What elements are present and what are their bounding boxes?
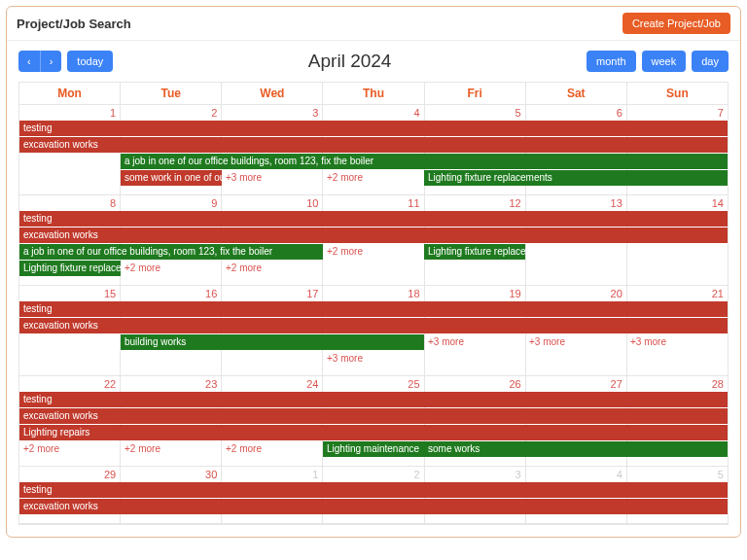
more-events-link[interactable]: +2 more — [323, 170, 424, 186]
day-number: 26 — [509, 378, 520, 390]
day-number: 13 — [611, 197, 622, 209]
day-number: 12 — [509, 197, 520, 209]
day-number: 28 — [712, 378, 724, 390]
calendar-toolbar: ‹ › today April 2024 month week day — [7, 41, 740, 78]
dow-label: Sat — [526, 83, 627, 105]
dow-label: Fri — [425, 83, 526, 105]
calendar-event[interactable]: excavation works — [19, 408, 728, 424]
more-events-link[interactable]: +3 more — [525, 334, 626, 350]
calendar-event[interactable]: Lighting fixture replacements — [424, 170, 728, 186]
calendar-week: 22232425262728testingexcavation worksLig… — [19, 376, 728, 467]
today-button[interactable]: today — [67, 51, 113, 72]
day-number: 22 — [104, 378, 116, 390]
more-events-link[interactable]: +3 more — [424, 334, 525, 350]
more-events-link[interactable]: +2 more — [222, 441, 323, 457]
day-number: 16 — [205, 288, 217, 299]
more-events-link[interactable]: +2 more — [19, 441, 121, 457]
dow-label: Mon — [19, 83, 121, 105]
dow-label: Sun — [627, 83, 728, 105]
day-number: 8 — [110, 197, 116, 209]
panel-title: Project/Job Search — [17, 17, 131, 31]
calendar-event[interactable]: testing — [19, 301, 728, 317]
day-number: 24 — [306, 378, 318, 390]
day-number: 3 — [516, 469, 521, 480]
month-view-button[interactable]: month — [587, 51, 636, 72]
more-events-link[interactable]: +2 more — [121, 261, 222, 276]
day-number: 4 — [617, 469, 622, 480]
dow-label: Tue — [121, 83, 222, 105]
day-number: 15 — [104, 288, 116, 299]
prev-button[interactable]: ‹ — [18, 51, 40, 72]
calendar-event[interactable]: building works — [121, 334, 424, 350]
day-number: 10 — [306, 197, 318, 209]
calendar-event[interactable]: some works — [424, 441, 728, 457]
day-number: 11 — [408, 197, 419, 209]
calendar-week: 15161718192021testingexcavation worksbui… — [19, 286, 728, 376]
calendar-event[interactable]: excavation works — [19, 499, 728, 514]
more-events-link[interactable]: +2 more — [323, 244, 424, 260]
calendar-event[interactable]: a job in one of our office buildings, ro… — [121, 154, 728, 169]
day-number: 23 — [205, 378, 217, 390]
calendar-event[interactable]: Lighting maintenance — [323, 441, 424, 457]
day-number: 14 — [712, 197, 724, 209]
calendar-week: 1234567testingexcavation worksa job in o… — [19, 105, 728, 195]
week-view-button[interactable]: week — [642, 51, 687, 72]
day-number: 25 — [408, 378, 419, 390]
calendar-week: 293012345testingexcavation works — [19, 467, 728, 524]
day-number: 9 — [211, 197, 217, 209]
day-number: 4 — [413, 107, 419, 119]
calendar-event[interactable]: excavation works — [19, 228, 728, 243]
calendar-event[interactable]: testing — [19, 392, 728, 407]
create-project-job-button[interactable]: Create Project/Job — [622, 13, 730, 34]
day-number: 18 — [408, 288, 419, 299]
project-job-panel: Project/Job Search Create Project/Job ‹ … — [6, 6, 741, 538]
calendar-event[interactable]: excavation works — [19, 318, 728, 333]
calendar-grid: MonTueWedThuFriSatSun1234567testingexcav… — [18, 82, 729, 525]
more-events-link[interactable]: +2 more — [222, 261, 323, 276]
day-number: 1 — [110, 107, 116, 119]
day-number: 27 — [611, 378, 622, 390]
next-button[interactable]: › — [40, 51, 62, 72]
day-number: 30 — [205, 469, 217, 480]
calendar-event[interactable]: Lighting repairs — [19, 425, 728, 440]
calendar-event[interactable]: testing — [19, 121, 728, 136]
dow-label: Thu — [323, 83, 424, 105]
calendar-event[interactable]: testing — [19, 482, 728, 498]
day-number: 1 — [312, 469, 318, 480]
calendar-title: April 2024 — [308, 51, 392, 72]
day-number: 2 — [413, 469, 419, 480]
more-events-link[interactable]: +3 more — [222, 170, 323, 186]
day-number: 21 — [712, 288, 724, 299]
day-number: 3 — [312, 107, 318, 119]
dow-header: MonTueWedThuFriSatSun — [19, 83, 728, 105]
day-number: 17 — [306, 288, 318, 299]
day-number: 5 — [516, 107, 521, 119]
calendar-event[interactable]: testing — [19, 211, 728, 227]
day-number: 2 — [211, 107, 217, 119]
calendar-week: 891011121314testingexcavation worksa job… — [19, 195, 728, 286]
nav-group: ‹ › — [18, 51, 61, 72]
day-number: 19 — [509, 288, 520, 299]
calendar-event[interactable]: Lighting fixture replacements — [19, 261, 121, 276]
dow-label: Wed — [222, 83, 323, 105]
day-view-button[interactable]: day — [692, 51, 729, 72]
calendar-event[interactable]: Lighting fixture replacement — [424, 244, 525, 260]
calendar-event[interactable]: excavation works — [19, 137, 728, 153]
day-number: 20 — [611, 288, 622, 299]
calendar-event[interactable]: a job in one of our office buildings, ro… — [19, 244, 323, 260]
panel-header: Project/Job Search Create Project/Job — [7, 7, 740, 41]
more-events-link[interactable]: +3 more — [323, 351, 424, 367]
day-number: 29 — [104, 469, 116, 480]
calendar-event[interactable]: some work in one of our are — [121, 170, 222, 186]
day-number: 7 — [718, 107, 724, 119]
day-number: 6 — [617, 107, 622, 119]
more-events-link[interactable]: +3 more — [626, 334, 728, 350]
day-number: 5 — [718, 469, 724, 480]
more-events-link[interactable]: +2 more — [121, 441, 222, 457]
